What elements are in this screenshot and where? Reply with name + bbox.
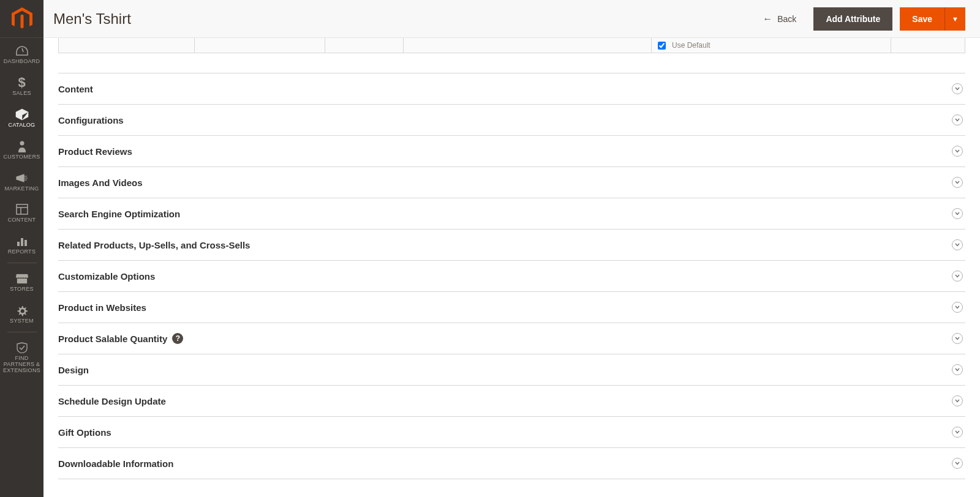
- sidebar-item-sales[interactable]: $ SALES: [0, 70, 43, 102]
- sidebar-label: MARKETING: [4, 186, 39, 192]
- chevron-down-icon[interactable]: [952, 302, 963, 313]
- sidebar-item-customers[interactable]: CUSTOMERS: [0, 133, 43, 165]
- section-row[interactable]: Content: [58, 73, 965, 104]
- section-title-text: Product Reviews: [58, 146, 132, 157]
- collapsible-sections: ContentConfigurationsProduct ReviewsImag…: [51, 73, 973, 479]
- sidebar-label: SYSTEM: [10, 318, 34, 324]
- section-title-text: Schedule Design Update: [58, 396, 166, 406]
- sidebar-item-catalog[interactable]: CATALOG: [0, 102, 43, 133]
- svg-rect-6: [24, 240, 27, 246]
- help-icon[interactable]: ?: [172, 333, 183, 344]
- svg-point-0: [20, 141, 24, 145]
- sidebar-item-system[interactable]: SYSTEM: [0, 297, 43, 329]
- section-title: Downloadable Information: [58, 458, 173, 469]
- chevron-down-icon[interactable]: [952, 208, 963, 219]
- sidebar-label: CATALOG: [9, 122, 36, 129]
- sidebar-label: CONTENT: [8, 217, 36, 223]
- section-row[interactable]: Downloadable Information: [58, 447, 965, 479]
- section-title: Content: [58, 84, 93, 94]
- chevron-down-icon[interactable]: [952, 114, 963, 125]
- section-title-text: Related Products, Up-Sells, and Cross-Se…: [58, 240, 250, 250]
- chevron-down-icon[interactable]: [952, 364, 963, 375]
- svg-point-7: [20, 309, 24, 313]
- section-title: Configurations: [58, 115, 124, 125]
- back-link[interactable]: ← Back: [763, 13, 796, 24]
- magento-logo-icon: [12, 7, 32, 31]
- section-row[interactable]: Related Products, Up-Sells, and Cross-Se…: [58, 229, 965, 260]
- section-title: Schedule Design Update: [58, 396, 166, 406]
- save-button-group: Save ▼: [900, 7, 965, 31]
- section-row[interactable]: Design: [58, 354, 965, 385]
- sidebar-label: DASHBOARD: [4, 59, 40, 65]
- sidebar-item-marketing[interactable]: MARKETING: [0, 165, 43, 197]
- bar-chart-icon: [16, 234, 28, 248]
- svg-rect-4: [17, 242, 20, 246]
- arrow-left-icon: ←: [763, 13, 772, 24]
- dollar-icon: $: [18, 76, 25, 89]
- section-row[interactable]: Search Engine Optimization: [58, 198, 965, 229]
- magento-logo[interactable]: [0, 0, 43, 38]
- section-row[interactable]: Gift Options: [58, 416, 965, 447]
- section-row[interactable]: Product in Websites: [58, 291, 965, 323]
- table-cell: [404, 38, 652, 53]
- use-default-label: Use Default: [672, 41, 710, 50]
- back-label: Back: [777, 14, 796, 24]
- sidebar-item-stores[interactable]: STORES: [0, 266, 43, 297]
- sidebar-item-reports[interactable]: REPORTS: [0, 228, 43, 260]
- sidebar-label: STORES: [10, 286, 34, 293]
- box-icon: [15, 108, 29, 121]
- section-title-text: Product Salable Quantity: [58, 334, 167, 344]
- section-row[interactable]: Customizable Options: [58, 260, 965, 291]
- chevron-down-icon[interactable]: [952, 239, 963, 250]
- use-default-cell: Use Default: [652, 38, 891, 53]
- chevron-down-icon[interactable]: [952, 177, 963, 188]
- sidebar-label: FIND PARTNERS & EXTENSIONS: [1, 356, 42, 374]
- chevron-down-icon[interactable]: [952, 395, 963, 406]
- use-default-checkbox[interactable]: [658, 42, 666, 50]
- section-row[interactable]: Schedule Design Update: [58, 385, 965, 416]
- sidebar-divider: [7, 332, 37, 332]
- chevron-down-icon[interactable]: [952, 458, 963, 469]
- section-title-text: Images And Videos: [58, 177, 143, 188]
- chevron-down-icon[interactable]: [952, 333, 963, 344]
- dashboard-icon: [15, 44, 29, 58]
- content-area: Use Default ContentConfigurationsProduct…: [43, 38, 980, 497]
- table-cell: [891, 38, 965, 53]
- section-title: Product in Websites: [58, 302, 146, 313]
- svg-rect-5: [21, 238, 23, 246]
- sidebar-divider: [7, 263, 37, 263]
- sidebar-label: REPORTS: [8, 249, 36, 255]
- section-title-text: Customizable Options: [58, 271, 155, 282]
- section-title-text: Content: [58, 84, 93, 94]
- chevron-down-icon[interactable]: [952, 83, 963, 94]
- section-title-text: Configurations: [58, 115, 124, 125]
- table-cell: [195, 38, 325, 53]
- chevron-down-icon[interactable]: [952, 427, 963, 438]
- section-title: Customizable Options: [58, 271, 155, 282]
- table-fragment: Use Default: [58, 38, 965, 53]
- svg-rect-1: [17, 204, 28, 214]
- megaphone-icon: [15, 171, 29, 185]
- sidebar-item-content[interactable]: CONTENT: [0, 196, 43, 228]
- sidebar-label: CUSTOMERS: [3, 154, 40, 160]
- section-row[interactable]: Product Salable Quantity?: [58, 323, 965, 354]
- chevron-down-icon[interactable]: [952, 271, 963, 282]
- add-attribute-button[interactable]: Add Attribute: [813, 7, 892, 31]
- main-content: Men's Tshirt ← Back Add Attribute Save ▼: [43, 0, 980, 497]
- partners-icon: [15, 341, 29, 354]
- person-icon: [18, 140, 26, 153]
- layout-icon: [16, 203, 28, 216]
- save-button[interactable]: Save: [900, 7, 944, 31]
- save-dropdown-toggle[interactable]: ▼: [944, 7, 965, 31]
- sidebar-label: SALES: [12, 91, 31, 97]
- table-row: Use Default: [58, 38, 965, 53]
- section-row[interactable]: Configurations: [58, 104, 965, 135]
- sidebar-item-partners[interactable]: FIND PARTNERS & EXTENSIONS: [0, 335, 43, 379]
- section-row[interactable]: Product Reviews: [58, 135, 965, 166]
- section-row[interactable]: Images And Videos: [58, 166, 965, 198]
- section-title-text: Search Engine Optimization: [58, 209, 180, 219]
- sidebar-item-dashboard[interactable]: DASHBOARD: [0, 38, 43, 70]
- section-title: Product Reviews: [58, 146, 132, 157]
- page-header: Men's Tshirt ← Back Add Attribute Save ▼: [43, 0, 980, 38]
- chevron-down-icon[interactable]: [952, 146, 963, 157]
